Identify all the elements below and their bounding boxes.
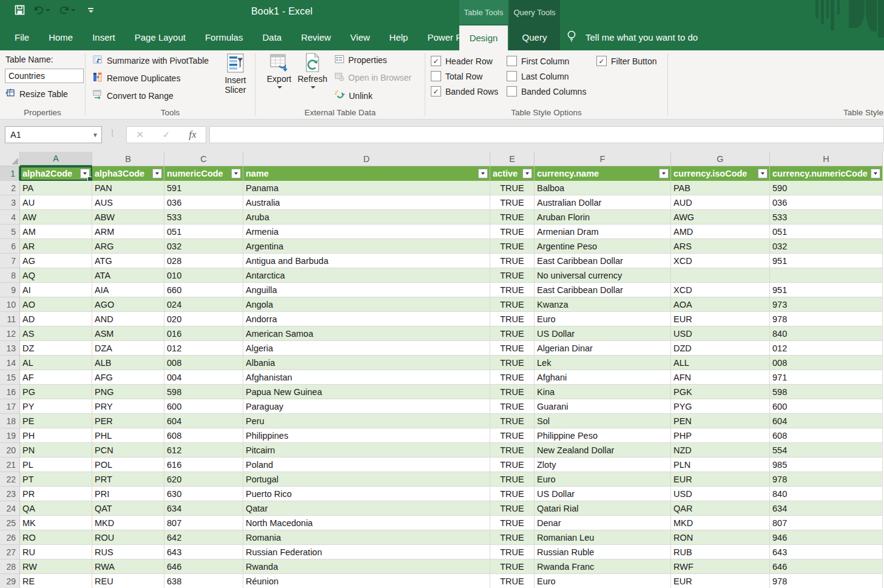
row-header-11[interactable]: 11 xyxy=(0,312,20,326)
cell-H23[interactable]: 840 xyxy=(770,487,883,501)
checkbox-header-row[interactable]: ✓Header Row xyxy=(431,53,498,69)
cell-C8[interactable]: 010 xyxy=(164,268,243,283)
cell-A19[interactable]: PH xyxy=(20,428,92,443)
cell-G13[interactable]: DZD xyxy=(671,341,770,356)
resize-table-button[interactable]: Resize Table xyxy=(5,88,68,100)
cell-G14[interactable]: ALL xyxy=(671,356,770,370)
table-header-cell-name[interactable]: name xyxy=(243,166,490,181)
checkbox-banded-columns[interactable]: Banded Columns xyxy=(507,84,586,99)
cell-H2[interactable]: 590 xyxy=(770,181,883,195)
cell-C13[interactable]: 012 xyxy=(164,341,243,356)
cell-C20[interactable]: 612 xyxy=(164,443,243,458)
cell-F26[interactable]: Romanian Leu xyxy=(535,530,671,545)
cell-F3[interactable]: Australian Dollar xyxy=(535,195,671,210)
checkbox-filter-button[interactable]: ✓Filter Button xyxy=(596,53,656,69)
cell-C29[interactable]: 638 xyxy=(164,574,243,588)
cell-A14[interactable]: AL xyxy=(20,356,92,370)
checkbox-icon[interactable] xyxy=(507,71,517,81)
filter-dropdown-button[interactable] xyxy=(659,169,669,178)
row-header-4[interactable]: 4 xyxy=(0,210,20,225)
cell-C22[interactable]: 620 xyxy=(164,472,243,487)
row-header-28[interactable]: 28 xyxy=(0,559,20,574)
column-header-B[interactable]: B xyxy=(92,152,164,166)
filter-dropdown-button[interactable] xyxy=(522,169,532,178)
cell-G4[interactable]: AWG xyxy=(671,210,770,225)
cell-B22[interactable]: PRT xyxy=(92,472,164,487)
cell-B24[interactable]: QAT xyxy=(92,501,164,516)
row-header-29[interactable]: 29 xyxy=(0,574,20,588)
filter-dropdown-button[interactable] xyxy=(231,169,241,178)
cell-A27[interactable]: RU xyxy=(20,545,92,559)
tab-design-active[interactable]: Design xyxy=(459,25,508,50)
cell-C10[interactable]: 024 xyxy=(164,297,243,312)
cell-E15[interactable]: TRUE xyxy=(490,370,535,385)
cell-D3[interactable]: Australia xyxy=(243,195,490,210)
cell-H27[interactable]: 643 xyxy=(770,545,883,559)
cell-B13[interactable]: DZA xyxy=(92,341,164,356)
cell-C4[interactable]: 533 xyxy=(164,210,243,225)
cell-D22[interactable]: Portugal xyxy=(243,472,490,487)
cell-C27[interactable]: 643 xyxy=(164,545,243,559)
row-header-9[interactable]: 9 xyxy=(0,283,20,297)
cell-F4[interactable]: Aruban Florin xyxy=(535,210,671,225)
cell-F23[interactable]: US Dollar xyxy=(535,487,671,501)
cell-B4[interactable]: ABW xyxy=(92,210,164,225)
cell-F6[interactable]: Argentine Peso xyxy=(535,239,671,254)
cell-D19[interactable]: Philippines xyxy=(243,428,490,443)
cell-D24[interactable]: Qatar xyxy=(243,501,490,516)
cell-D28[interactable]: Rwanda xyxy=(243,559,490,574)
checkbox-icon[interactable]: ✓ xyxy=(431,86,441,96)
cell-C17[interactable]: 600 xyxy=(164,399,243,414)
cell-E16[interactable]: TRUE xyxy=(490,385,535,399)
cell-H5[interactable]: 051 xyxy=(770,225,883,239)
column-header-C[interactable]: C xyxy=(164,152,243,166)
row-header-8[interactable]: 8 xyxy=(0,268,20,283)
cell-B12[interactable]: ASM xyxy=(92,326,164,341)
row-header-10[interactable]: 10 xyxy=(0,297,20,312)
cell-E19[interactable]: TRUE xyxy=(490,428,535,443)
cell-D26[interactable]: Romania xyxy=(243,530,490,545)
row-header-12[interactable]: 12 xyxy=(0,326,20,341)
cell-E22[interactable]: TRUE xyxy=(490,472,535,487)
cell-G29[interactable]: EUR xyxy=(671,574,770,588)
row-header-21[interactable]: 21 xyxy=(0,458,20,472)
cell-E12[interactable]: TRUE xyxy=(490,326,535,341)
table-header-cell-alpha2Code[interactable]: alpha2Code xyxy=(20,166,92,181)
cell-E9[interactable]: TRUE xyxy=(490,283,535,297)
formula-input[interactable] xyxy=(209,126,884,143)
cell-F11[interactable]: Euro xyxy=(535,312,671,326)
row-header-14[interactable]: 14 xyxy=(0,356,20,370)
table-header-cell-currency.numericCode[interactable]: currency.numericCode xyxy=(770,166,883,181)
cell-C28[interactable]: 646 xyxy=(164,559,243,574)
cell-C18[interactable]: 604 xyxy=(164,414,243,428)
cell-G16[interactable]: PGK xyxy=(671,385,770,399)
row-header-17[interactable]: 17 xyxy=(0,399,20,414)
cell-D4[interactable]: Aruba xyxy=(243,210,490,225)
cell-B15[interactable]: AFG xyxy=(92,370,164,385)
cell-B27[interactable]: RUS xyxy=(92,545,164,559)
row-header-24[interactable]: 24 xyxy=(0,501,20,516)
tab-page-layout[interactable]: Page Layout xyxy=(125,24,195,50)
column-header-F[interactable]: F xyxy=(535,152,671,166)
cell-B2[interactable]: PAN xyxy=(92,181,164,195)
cell-E20[interactable]: TRUE xyxy=(490,443,535,458)
summarize-pivottable-button[interactable]: Summarize with PivotTable xyxy=(92,55,209,66)
cell-F13[interactable]: Algerian Dinar xyxy=(535,341,671,356)
filter-dropdown-button[interactable] xyxy=(152,169,162,178)
cell-D13[interactable]: Algeria xyxy=(243,341,490,356)
cell-H11[interactable]: 978 xyxy=(770,312,883,326)
cell-F22[interactable]: Euro xyxy=(535,472,671,487)
row-header-15[interactable]: 15 xyxy=(0,370,20,385)
cell-H28[interactable]: 646 xyxy=(770,559,883,574)
cell-B29[interactable]: REU xyxy=(92,574,164,588)
cell-H14[interactable]: 008 xyxy=(770,356,883,370)
undo-button[interactable] xyxy=(33,5,50,15)
cell-E5[interactable]: TRUE xyxy=(490,225,535,239)
cell-C15[interactable]: 004 xyxy=(164,370,243,385)
table-header-cell-alpha3Code[interactable]: alpha3Code xyxy=(92,166,164,181)
cell-F21[interactable]: Zloty xyxy=(535,458,671,472)
tab-view[interactable]: View xyxy=(340,24,379,50)
cell-E27[interactable]: TRUE xyxy=(490,545,535,559)
cell-C23[interactable]: 630 xyxy=(164,487,243,501)
tab-review[interactable]: Review xyxy=(291,24,340,50)
